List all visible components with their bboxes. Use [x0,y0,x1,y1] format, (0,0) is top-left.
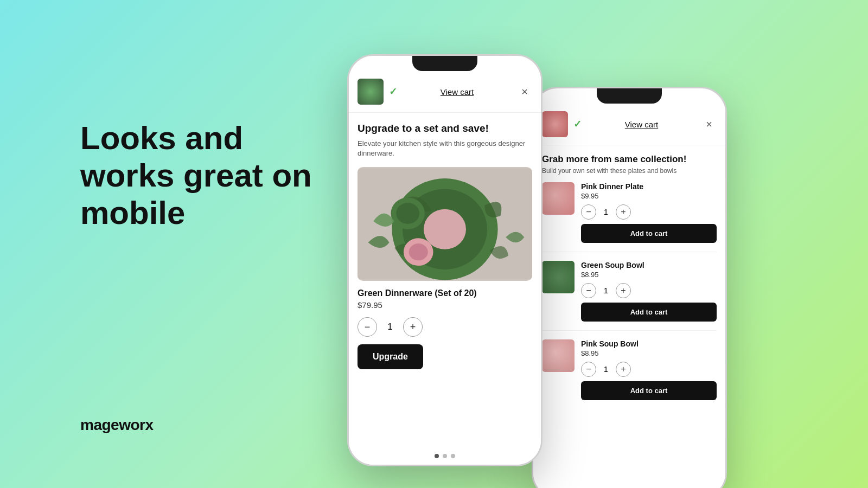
product-thumb-pink-plate [542,182,575,215]
product-1-price: $9.95 [581,192,717,200]
phone1-qty-decrease[interactable]: − [358,317,377,337]
phone-2: ✓ View cart × Grab more from same collec… [532,87,727,488]
phone-2-screen: ✓ View cart × Grab more from same collec… [533,104,725,488]
phone1-popup-header: ✓ View cart × [349,71,541,113]
product-info-1: Pink Dinner Plate $9.95 − 1 + Add to car… [581,182,717,243]
product-3-qty: 1 [602,365,610,374]
phone1-product-image [358,167,532,281]
phone1-popup-body: Upgrade to a set and save! Elevate your … [349,113,541,379]
product-row-3: Pink Soup Bowl $8.95 − 1 + Add to cart [542,339,717,409]
svg-point-7 [409,243,428,260]
product-1-add-to-cart-button[interactable]: Add to cart [581,224,717,243]
phone2-close-button[interactable]: × [701,117,717,132]
product-3-price: $8.95 [581,349,717,357]
check-icon: ✓ [389,86,397,98]
phone2-view-cart-link[interactable]: View cart [587,120,696,129]
product-2-name: Green Soup Bowl [581,261,717,269]
phone2-popup-body: Grab more from same collection! Build yo… [533,145,725,426]
product-row-2: Green Soup Bowl $8.95 − 1 + Add to cart [542,261,717,331]
product-3-add-to-cart-button[interactable]: Add to cart [581,381,717,400]
product-2-qty: 1 [602,286,610,295]
phone1-product-name: Green Dinnerware (Set of 20) [358,288,532,298]
product-1-qty-decrease[interactable]: − [581,204,596,220]
phone2-popup-subtitle: Build your own set with these plates and… [542,167,717,175]
phone1-upgrade-button[interactable]: Upgrade [358,344,423,369]
product-2-qty-decrease[interactable]: − [581,283,596,298]
phone1-popup-title: Upgrade to a set and save! [358,123,532,134]
phone2-check-icon: ✓ [573,118,582,130]
phone1-close-button[interactable]: × [517,84,532,99]
phone2-popup-title: Grab more from same collection! [542,154,717,165]
product-info-3: Pink Soup Bowl $8.95 − 1 + Add to cart [581,339,717,400]
phone-1-notch [412,56,477,71]
phone-1: ✓ View cart × Upgrade to a set and save!… [347,54,542,466]
phone1-product-price: $79.95 [358,300,532,310]
phone1-qty-row: − 1 + [358,317,532,337]
phone2-product-thumb [542,111,568,137]
product-thumb-pink-bowl [542,339,575,372]
dot-1 [435,454,439,458]
product-2-add-to-cart-button[interactable]: Add to cart [581,303,717,322]
phone1-qty-increase[interactable]: + [403,317,423,337]
product-thumb-green-bowl [542,261,575,293]
hero-section: Looks and works great on mobile [80,119,330,232]
phone1-product-thumb [358,79,384,105]
hero-title: Looks and works great on mobile [80,119,330,232]
product-2-price: $8.95 [581,271,717,279]
product-info-2: Green Soup Bowl $8.95 − 1 + Add to cart [581,261,717,322]
dinnerware-art [358,167,532,281]
phone1-qty-value: 1 [385,322,395,332]
phone1-popup-subtitle: Elevate your kitchen style with this gor… [358,139,532,158]
product-1-name: Pink Dinner Plate [581,182,717,191]
svg-point-5 [396,203,419,224]
phone1-dots [435,454,455,458]
product-1-qty-row: − 1 + [581,204,717,220]
phone-1-screen: ✓ View cart × Upgrade to a set and save!… [349,71,541,465]
product-1-qty-increase[interactable]: + [616,204,631,220]
phone2-popup-header: ✓ View cart × [533,104,725,145]
phone1-view-cart-link[interactable]: View cart [403,87,512,97]
product-1-qty: 1 [602,208,610,216]
dot-2 [443,454,447,458]
product-3-qty-decrease[interactable]: − [581,362,596,377]
brand-logo: mageworx [80,416,154,434]
product-row-1: Pink Dinner Plate $9.95 − 1 + Add to car… [542,182,717,252]
dot-3 [451,454,455,458]
product-2-qty-increase[interactable]: + [616,283,631,298]
product-3-qty-increase[interactable]: + [616,362,631,377]
svg-point-3 [424,209,466,249]
phone-2-notch [597,88,662,104]
product-2-qty-row: − 1 + [581,283,717,298]
phones-container: ✓ View cart × Upgrade to a set and save!… [336,33,749,488]
product-3-qty-row: − 1 + [581,362,717,377]
product-3-name: Pink Soup Bowl [581,339,717,348]
